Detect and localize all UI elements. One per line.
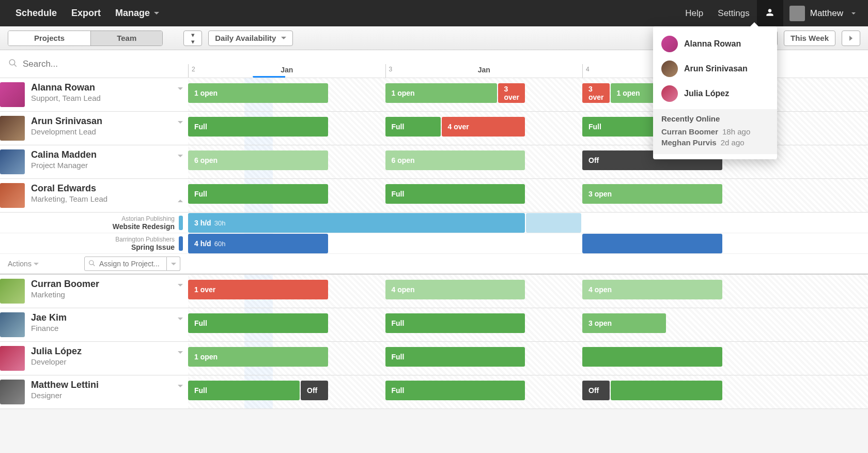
person-name[interactable]: Matthew Lettini bbox=[31, 380, 183, 390]
person-role: Support, Team Lead bbox=[31, 94, 183, 102]
people-popover: Alanna Rowan Arun Srinivasan Julia López… bbox=[653, 26, 777, 159]
chevron-down-icon bbox=[281, 37, 286, 39]
popover-person[interactable]: Alanna Rowan bbox=[653, 32, 777, 56]
chevron-down-icon bbox=[178, 87, 183, 99]
person-avatar bbox=[0, 116, 25, 141]
svg-point-2 bbox=[89, 261, 94, 265]
availability-slot[interactable]: Full bbox=[385, 381, 525, 400]
expand-toggle[interactable] bbox=[178, 387, 183, 397]
person-avatar bbox=[661, 85, 678, 102]
availability-dropdown[interactable]: Daily Availability bbox=[208, 31, 293, 46]
availability-slot[interactable] bbox=[582, 347, 722, 367]
availability-slot[interactable]: 3 open bbox=[582, 184, 722, 204]
expand-toggle[interactable] bbox=[178, 354, 183, 363]
svg-line-1 bbox=[14, 64, 17, 67]
person-name[interactable]: Julia López bbox=[31, 346, 183, 357]
person-name[interactable]: Calina Madden bbox=[31, 149, 183, 160]
popover-person[interactable]: Arun Srinivasan bbox=[653, 56, 777, 81]
assign-input[interactable] bbox=[84, 256, 167, 271]
availability-slot[interactable]: Full bbox=[188, 117, 328, 137]
person-row: Curran Boomer Marketing 1 over4 open4 op… bbox=[0, 275, 868, 308]
expand-toggle[interactable] bbox=[178, 286, 183, 296]
person-avatar bbox=[0, 183, 25, 208]
person-name[interactable]: Curran Boomer bbox=[31, 279, 183, 290]
current-user-menu[interactable]: Matthew bbox=[783, 0, 860, 26]
recent-person[interactable]: Meghan Purvis2d ago bbox=[661, 138, 769, 147]
availability-slot[interactable]: Off bbox=[582, 381, 610, 400]
project-bar-tail bbox=[526, 213, 581, 233]
availability-slot[interactable]: Full bbox=[188, 313, 328, 333]
actions-row: Actions bbox=[0, 254, 868, 275]
person-name: Alanna Rowan bbox=[684, 39, 741, 49]
expand-toggle[interactable] bbox=[178, 90, 183, 99]
availability-slot[interactable]: 4 over bbox=[442, 117, 525, 137]
person-avatar bbox=[0, 149, 25, 174]
seg-projects[interactable]: Projects bbox=[8, 31, 91, 46]
project-name[interactable]: Website Redesign bbox=[113, 222, 175, 231]
actions-menu[interactable]: Actions bbox=[8, 260, 39, 268]
popover-person[interactable]: Julia López bbox=[653, 81, 777, 106]
availability-slot[interactable]: 6 open bbox=[188, 150, 328, 170]
availability-slot[interactable]: Full bbox=[188, 381, 300, 400]
chevron-down-icon bbox=[178, 351, 183, 363]
this-week-button[interactable]: This Week bbox=[784, 31, 835, 46]
project-bar[interactable]: 4 h/d60h bbox=[188, 234, 328, 253]
expand-toggle[interactable] bbox=[178, 191, 183, 200]
availability-slot[interactable]: Full bbox=[385, 313, 525, 333]
popover-recent-section: Recently OnlineCurran Boomer18h agoMegha… bbox=[653, 109, 777, 154]
availability-slot[interactable]: 6 open bbox=[385, 150, 525, 170]
nav-export[interactable]: Export bbox=[64, 0, 108, 26]
person-avatar bbox=[0, 279, 25, 304]
project-subrow: Barrington PublishersSpring Issue 4 h/d6… bbox=[0, 233, 868, 254]
chevron-down-icon bbox=[178, 318, 183, 329]
expand-toggle[interactable] bbox=[178, 320, 183, 329]
availability-slot[interactable]: 1 open bbox=[188, 83, 328, 103]
search-input[interactable] bbox=[23, 59, 180, 69]
next-week-button[interactable] bbox=[842, 31, 860, 46]
project-bar[interactable] bbox=[582, 234, 722, 253]
person-name[interactable]: Coral Edwards bbox=[31, 183, 183, 194]
person-icon bbox=[765, 7, 775, 20]
availability-slot[interactable]: 1 open bbox=[188, 347, 328, 367]
search-icon bbox=[88, 260, 96, 269]
availability-slot[interactable]: 3 open bbox=[582, 313, 666, 333]
availability-slot[interactable]: 3 over bbox=[582, 83, 610, 103]
person-name: Julia López bbox=[684, 89, 729, 98]
expand-all-button[interactable]: ▾▾ bbox=[183, 31, 202, 46]
view-segment: Projects Team bbox=[8, 31, 163, 46]
availability-slot[interactable] bbox=[611, 381, 722, 400]
person-row: Jae Kim Finance FullFull3 open bbox=[0, 308, 868, 342]
availability-slot[interactable]: 4 open bbox=[385, 280, 525, 299]
project-bar[interactable]: 3 h/d30h bbox=[188, 213, 525, 233]
nav-help[interactable]: Help bbox=[678, 0, 710, 26]
chevron-down-icon bbox=[178, 121, 183, 132]
assign-dropdown-button[interactable] bbox=[167, 256, 180, 271]
person-role: Marketing, Team Lead bbox=[31, 194, 183, 203]
availability-slot[interactable]: Full bbox=[385, 347, 525, 367]
person-name[interactable]: Arun Srinivasan bbox=[31, 116, 183, 127]
availability-slot[interactable]: 3 over bbox=[498, 83, 525, 103]
project-name[interactable]: Spring Issue bbox=[115, 243, 175, 251]
availability-slot[interactable]: 1 open bbox=[385, 83, 497, 103]
topbar: Schedule Export Manage Help Settings Mat… bbox=[0, 0, 868, 26]
person-name[interactable]: Alanna Rowan bbox=[31, 82, 183, 93]
expand-toggle[interactable] bbox=[178, 157, 183, 167]
availability-slot[interactable]: Off bbox=[301, 381, 328, 400]
expand-toggle[interactable] bbox=[178, 124, 183, 133]
assign-combo bbox=[84, 256, 180, 271]
person-name[interactable]: Jae Kim bbox=[31, 312, 183, 323]
availability-slot[interactable]: 4 open bbox=[582, 280, 722, 299]
search-icon bbox=[8, 58, 18, 70]
nav-manage[interactable]: Manage bbox=[108, 0, 166, 26]
seg-team[interactable]: Team bbox=[91, 31, 162, 46]
people-popover-trigger[interactable] bbox=[757, 0, 783, 26]
double-chevron-icon: ▾▾ bbox=[191, 32, 195, 45]
person-row: Coral Edwards Marketing, Team Lead FullF… bbox=[0, 179, 868, 213]
availability-slot[interactable]: 1 over bbox=[188, 280, 328, 299]
availability-slot[interactable]: Full bbox=[385, 184, 525, 204]
nav-schedule[interactable]: Schedule bbox=[8, 0, 64, 26]
recent-person[interactable]: Curran Boomer18h ago bbox=[661, 127, 769, 136]
person-avatar bbox=[661, 61, 678, 77]
availability-slot[interactable]: Full bbox=[385, 117, 441, 137]
availability-slot[interactable]: Full bbox=[188, 184, 328, 204]
